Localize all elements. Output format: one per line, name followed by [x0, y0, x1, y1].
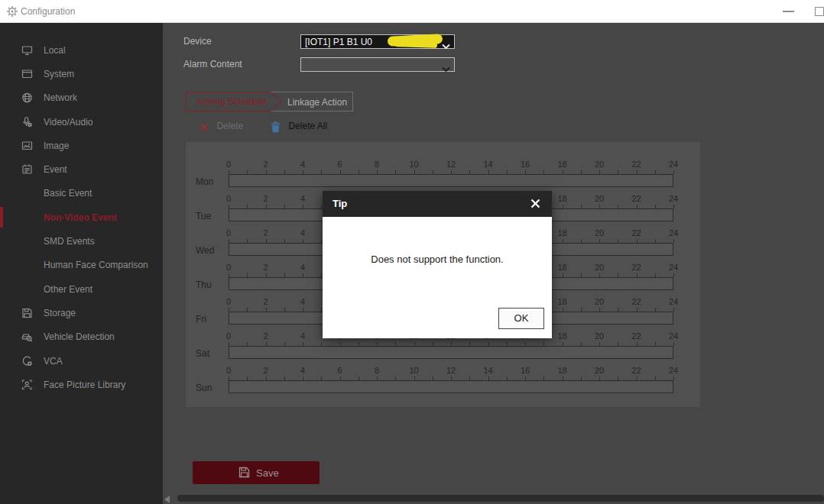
sidebar-item-label: Non-Video Event [44, 212, 117, 223]
sidebar-item-smd-events[interactable]: SMD Events [0, 229, 163, 253]
hour-label: 24 [669, 160, 678, 169]
alarm-content-label: Alarm Content [183, 59, 242, 69]
delete-all-button[interactable]: Delete All [271, 121, 327, 134]
hour-label: 4 [300, 160, 305, 169]
sidebar-item-other-event[interactable]: Other Event [0, 277, 163, 301]
sidebar-item-label: Face Picture Library [44, 380, 125, 390]
hour-label: 24 [669, 228, 678, 237]
alarm-content-select[interactable] [300, 57, 455, 72]
hour-label: 0 [226, 331, 231, 341]
hour-label: 20 [595, 331, 604, 341]
hour-label: 24 [669, 331, 678, 341]
scroll-left-arrow-icon[interactable] [164, 496, 170, 503]
hour-label: 0 [226, 263, 231, 272]
hour-label: 18 [557, 228, 566, 237]
hour-label: 18 [557, 331, 566, 341]
sidebar-item-non-video-event[interactable]: Non-Video Event [0, 205, 163, 229]
hour-label: 8 [375, 160, 379, 169]
horizontal-scrollbar-thumb[interactable] [177, 495, 824, 502]
hour-label: 22 [631, 263, 641, 272]
vca-icon [21, 355, 33, 367]
sidebar-item-label: Image [44, 141, 69, 151]
hour-label: 22 [631, 160, 641, 169]
hour-label: 16 [521, 160, 530, 169]
hour-label: 24 [669, 297, 678, 306]
device-select-value: [IOT1] P1 B1 U0 [305, 37, 372, 47]
tab-linkage-action[interactable]: Linkage Action [271, 92, 353, 111]
save-floppy-icon [238, 467, 250, 478]
hour-label: 18 [557, 263, 566, 272]
calendar-icon [21, 164, 33, 176]
vehicle-search-icon [21, 331, 33, 343]
sidebar-item-event[interactable]: Event [0, 157, 163, 181]
hour-label: 0 [226, 194, 231, 203]
hour-label: 20 [595, 263, 604, 272]
sidebar-item-storage[interactable]: Storage [0, 301, 163, 325]
hour-label: 20 [595, 297, 604, 306]
picture-icon [21, 140, 33, 151]
hour-label: 0 [226, 228, 231, 237]
hour-label: 18 [557, 160, 566, 169]
dialog-title: Tip [333, 198, 347, 209]
sidebar-item-label: VCA [44, 356, 63, 367]
tip-dialog: Tip Does not support the function. OK [323, 191, 552, 338]
hour-label: 2 [263, 194, 268, 203]
hour-label: 18 [557, 366, 566, 375]
sidebar-item-video-audio[interactable]: Video/Audio [0, 110, 163, 134]
sidebar-item-system[interactable]: System [0, 62, 163, 86]
tab-label: Linkage Action [287, 97, 347, 108]
hour-tick [673, 376, 674, 380]
hour-label: 24 [669, 366, 678, 375]
maximize-button[interactable] [808, 0, 824, 23]
hour-label: 4 [300, 194, 305, 203]
sidebar-item-label: Storage [44, 308, 76, 318]
sidebar-item-local[interactable]: Local [0, 38, 163, 62]
hour-label: 18 [557, 297, 566, 306]
close-icon[interactable] [530, 198, 541, 209]
hour-tick [673, 205, 674, 208]
hour-label: 4 [300, 366, 305, 375]
minimize-button[interactable] [776, 0, 802, 23]
schedule-row-mon: 024681012141618202224Mon [186, 151, 700, 186]
window-title: Configuration [21, 6, 75, 17]
title-bar: Configuration [0, 0, 824, 23]
sidebar-item-vca[interactable]: VCA [0, 349, 163, 373]
sidebar-item-basic-event[interactable]: Basic Event [0, 182, 163, 205]
tab-arming-schedule[interactable]: Arming Schedule [186, 92, 282, 111]
configuration-window: Configuration LocalSystemNetworkVideo/Au… [0, 0, 824, 504]
sidebar-item-label: Local [44, 45, 66, 56]
hour-label: 14 [483, 366, 492, 375]
dialog-message: Does not support the function. [323, 254, 552, 265]
sidebar-item-label: SMD Events [44, 236, 95, 247]
hour-tick [673, 170, 674, 174]
sidebar-item-label: System [44, 69, 74, 79]
maximize-icon [815, 7, 824, 16]
sidebar-item-human-face-comparison[interactable]: Human Face Comparison [0, 254, 163, 277]
hour-label: 20 [595, 228, 604, 237]
hour-label: 4 [300, 297, 305, 306]
hour-label: 2 [263, 297, 268, 306]
hour-label: 24 [669, 263, 678, 272]
save-button[interactable]: Save [193, 461, 320, 484]
hour-label: 2 [263, 160, 268, 169]
hour-label: 24 [669, 194, 678, 203]
schedule-row-sun: 024681012141618202224Sun [186, 357, 700, 392]
save-label: Save [256, 467, 279, 479]
hour-tick [673, 342, 674, 346]
sidebar-item-network[interactable]: Network [0, 86, 163, 110]
delete-button[interactable]: Delete [200, 121, 243, 134]
sidebar-item-label: Human Face Comparison [44, 260, 148, 270]
timeline-bar-sun[interactable] [229, 380, 673, 393]
hour-label: 22 [631, 366, 641, 375]
ok-button[interactable]: OK [498, 308, 544, 329]
hour-label: 12 [446, 160, 456, 169]
face-frame-icon [21, 379, 33, 390]
hour-label: 12 [446, 366, 456, 375]
tip-dialog-header: Tip [323, 191, 552, 217]
sidebar-item-label: Other Event [44, 284, 92, 295]
sidebar-item-vehicle-detection[interactable]: Vehicle Detection [0, 325, 163, 349]
sidebar-item-face-picture-library[interactable]: Face Picture Library [0, 373, 163, 396]
sidebar-item-image[interactable]: Image [0, 134, 163, 157]
hour-label: 16 [521, 366, 530, 375]
sidebar-item-label: Basic Event [44, 188, 92, 199]
